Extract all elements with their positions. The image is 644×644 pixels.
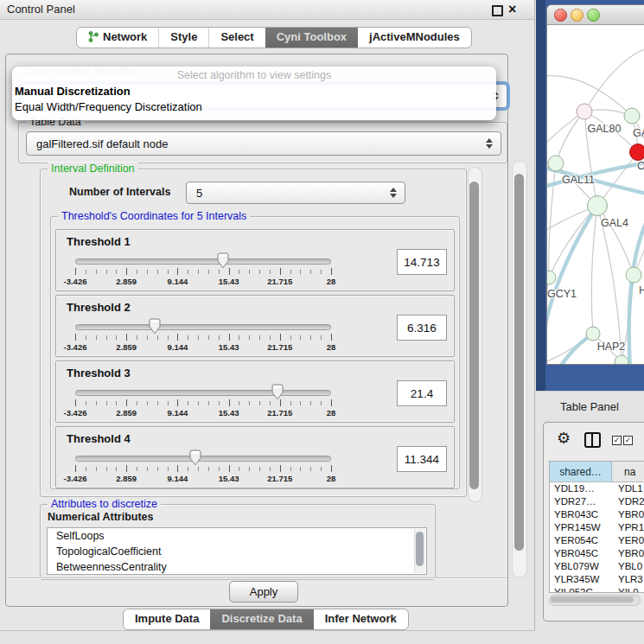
network-window-titlebar[interactable] [547, 5, 644, 25]
list-item[interactable]: SelfLoops [48, 528, 426, 544]
slider-tick-label: 21.715 [267, 277, 292, 286]
threshold-value-field[interactable]: 21.4 [397, 380, 447, 406]
threshold-slider[interactable]: -3.4262.8599.14415.4321.71528 [75, 251, 331, 289]
table-row[interactable]: YBR045CYBR0 [550, 547, 644, 560]
network-node[interactable] [624, 108, 640, 124]
scrollbar-thumb[interactable] [469, 182, 479, 489]
slider-major-tick [229, 268, 230, 275]
table-cell: YBR045C [550, 547, 612, 560]
combo-arrows-icon [386, 188, 401, 198]
slider-major-tick [177, 268, 178, 275]
slider-tick-label: 28 [327, 474, 336, 483]
slider-track[interactable] [75, 390, 331, 396]
network-edge[interactable] [584, 48, 644, 112]
tab-infer-network[interactable]: Infer Network [314, 609, 408, 629]
slider-tick-label: 9.144 [168, 474, 188, 483]
tab-style[interactable]: Style [158, 28, 208, 48]
network-node-label: C [637, 160, 644, 172]
slider-thumb-icon[interactable] [271, 384, 284, 400]
table-cell: YBR0 [612, 547, 644, 560]
divider [7, 577, 507, 578]
list-item[interactable]: TopologicalCoefficient [48, 544, 426, 559]
slider-track[interactable] [75, 456, 331, 462]
table-row[interactable]: YDL19…YDL1 [550, 482, 644, 495]
checkbox-icon[interactable]: ✓ [623, 436, 633, 445]
table-cell: YIL052C [550, 586, 612, 593]
network-edge[interactable] [556, 112, 584, 163]
slider-tick-label: 2.859 [116, 342, 137, 352]
columns-icon[interactable] [584, 432, 601, 448]
panel-scrollbar[interactable] [512, 161, 527, 577]
checkbox-icon[interactable]: ✓ [612, 436, 622, 445]
slider-major-tick [280, 334, 281, 341]
gear-icon[interactable]: ⚙ [557, 430, 571, 447]
table-row[interactable]: YBR043CYBR0 [550, 508, 644, 521]
slider-tick-label: 21.715 [267, 474, 292, 483]
table-cell: YIL0 [612, 586, 644, 593]
top-tab-strip: Network Style Select Cyni Toolbox jActiv… [76, 27, 472, 48]
column-header-shared[interactable]: shared… [550, 462, 612, 481]
table-row[interactable]: YDR27…YDR2 [550, 495, 644, 508]
threshold-value-field[interactable]: 6.316 [397, 315, 447, 341]
slider-minor-ticks [75, 335, 331, 340]
tab-discretize-data[interactable]: Discretize Data [210, 609, 313, 629]
table-row[interactable]: YIL052CYIL0 [550, 586, 644, 593]
table-cell: YBR0 [612, 508, 644, 521]
zoom-traffic-light[interactable] [587, 9, 600, 22]
network-edge[interactable] [597, 206, 622, 362]
float-window-icon[interactable] [492, 5, 503, 16]
tab-impute-data[interactable]: Impute Data [124, 609, 210, 629]
network-edge[interactable] [549, 163, 556, 277]
list-scrollbar[interactable] [414, 529, 425, 573]
network-node[interactable] [626, 267, 641, 283]
list-item[interactable]: BetweennessCentrality [48, 559, 426, 575]
apply-button[interactable]: Apply [229, 581, 298, 603]
table-row[interactable]: YER054CYER0 [550, 534, 644, 547]
network-node[interactable] [547, 271, 556, 284]
slider-thumb-icon[interactable] [216, 252, 229, 269]
close-icon[interactable]: × [508, 0, 516, 19]
threshold-slider[interactable]: -3.4262.8599.14415.4321.71528 [75, 382, 331, 420]
tab-network[interactable]: Network [77, 28, 158, 48]
close-traffic-light[interactable] [554, 9, 567, 22]
table-row[interactable]: YPR145WYPR1 [550, 521, 644, 534]
tab-cyni-toolbox[interactable]: Cyni Toolbox [265, 28, 358, 48]
slider-track[interactable] [75, 258, 331, 265]
threshold-value-field[interactable]: 11.344 [397, 446, 447, 472]
network-node[interactable] [630, 144, 644, 161]
scrollbar-thumb[interactable] [514, 174, 524, 551]
table-row[interactable]: YLR345WYLR3 [550, 573, 644, 586]
network-canvas[interactable]: GAL80GACGAL11GAL4GCY1HHAP2 [547, 24, 644, 364]
slider-thumb-icon[interactable] [189, 450, 202, 466]
threshold-value-field[interactable]: 14.713 [397, 249, 447, 275]
network-node[interactable] [577, 104, 592, 119]
table-row[interactable]: YBL079WYBL0 [550, 560, 644, 573]
tab-jactivemnodules[interactable]: jActiveMNodules [358, 28, 471, 48]
network-node[interactable] [588, 196, 608, 216]
slider-major-tick [331, 268, 332, 275]
table-horizontal-scrollbar[interactable] [549, 595, 641, 606]
tab-select[interactable]: Select [208, 28, 265, 48]
threshold-slider[interactable]: -3.4262.8599.14415.4321.71528 [75, 448, 331, 486]
slider-tick-label: 28 [327, 277, 336, 286]
scrollbar-thumb[interactable] [551, 596, 634, 603]
network-edge[interactable] [591, 206, 597, 334]
threshold-slider[interactable]: -3.4262.8599.14415.4321.71528 [75, 316, 331, 354]
popup-option-equal-width[interactable]: Equal Width/Frequency Discretization [15, 100, 202, 113]
column-header-name[interactable]: na [612, 462, 644, 481]
minimize-traffic-light[interactable] [571, 9, 583, 22]
network-node[interactable] [586, 327, 600, 341]
scrollbar-thumb[interactable] [416, 532, 424, 566]
slider-major-tick [229, 465, 230, 472]
content-scrollbar[interactable] [468, 167, 482, 502]
popup-option-manual-discretization[interactable]: Manual Discretization [15, 85, 131, 98]
number-of-intervals-combobox[interactable]: 5 [186, 182, 405, 204]
slider-thumb-icon[interactable] [148, 318, 161, 335]
network-edge[interactable] [597, 206, 634, 275]
network-node[interactable] [548, 156, 564, 171]
table-data-combobox[interactable]: galFiltered.sif default node [26, 131, 501, 156]
slider-track[interactable] [75, 324, 331, 330]
slider-tick-label: 28 [327, 342, 336, 352]
threshold-box: Threshold 3 -3.4262.8599.14415.4321.7152… [55, 360, 455, 423]
network-edge[interactable] [547, 334, 593, 364]
